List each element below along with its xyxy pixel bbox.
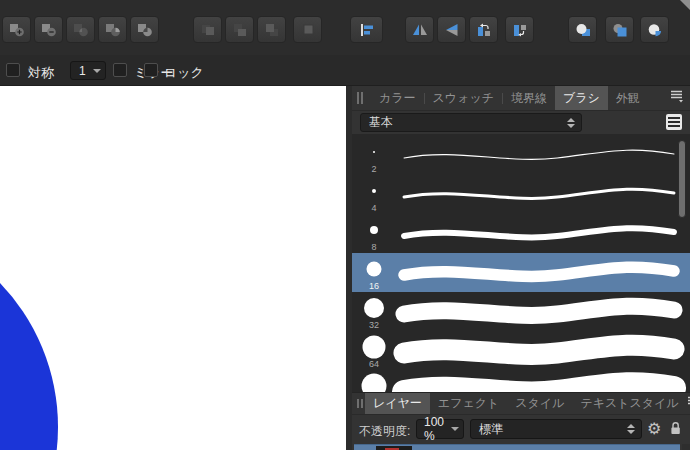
move-backward-button[interactable]: [257, 16, 286, 43]
brush-row[interactable]: 64: [352, 331, 690, 370]
brush-row-partial[interactable]: [352, 370, 690, 392]
tab-brushes[interactable]: ブラシ: [555, 86, 608, 110]
boolean-combine-button[interactable]: [130, 16, 159, 43]
hamburger-menu-icon: [670, 89, 684, 103]
opacity-select[interactable]: 100 %: [416, 419, 464, 439]
boolean-intersect-button[interactable]: [66, 16, 95, 43]
brush-row-selected[interactable]: 16: [352, 253, 690, 292]
alignment-button[interactable]: [350, 16, 383, 43]
brush-row[interactable]: 8: [352, 214, 690, 253]
panel-grip-icon[interactable]: [357, 92, 369, 104]
tab-color[interactable]: カラー: [371, 86, 424, 110]
brush-stroke-preview: [396, 253, 682, 292]
brush-row[interactable]: 32: [352, 292, 690, 331]
canvas-shape-ellipse[interactable]: [0, 219, 58, 450]
brush-size-dot: [364, 298, 384, 318]
insert-behind-icon: [575, 23, 591, 37]
canvas[interactable]: [0, 86, 346, 450]
brush-row[interactable]: 2: [352, 136, 690, 175]
rotate-counterclockwise-button[interactable]: [469, 16, 498, 43]
mirror-checkbox[interactable]: [113, 63, 127, 77]
rotate-clockwise-icon: [512, 23, 528, 37]
move-forward-icon: [232, 23, 248, 37]
layers-panel-tabbar: レイヤー エフェクト スタイル テキストスタイル: [352, 392, 690, 415]
layer-row-selected[interactable]: [354, 444, 680, 450]
gear-icon[interactable]: ⚙: [647, 419, 661, 439]
boolean-combine-icon: [137, 23, 153, 37]
move-to-front-button[interactable]: [193, 16, 222, 43]
rotate-clockwise-button[interactable]: [505, 16, 534, 43]
brush-stroke-preview: [396, 370, 682, 392]
brush-size-label: 16: [352, 281, 396, 291]
move-to-back-icon: [300, 23, 316, 37]
align-left-icon: [359, 23, 375, 37]
updown-arrows-icon: [627, 424, 635, 434]
blend-mode-select[interactable]: 標準: [470, 419, 642, 439]
list-view-icon[interactable]: [666, 114, 682, 130]
right-panel: カラー スウォッチ 境界線 ブラシ 外観 基本 2: [352, 86, 690, 450]
tab-stroke[interactable]: 境界線: [503, 86, 555, 110]
insert-on-top-icon: [647, 23, 663, 37]
symmetry-checkbox[interactable]: [6, 63, 20, 77]
brush-stroke-preview: [396, 136, 682, 175]
tab-appearance[interactable]: 外観: [608, 86, 648, 110]
move-backward-icon: [264, 23, 280, 37]
brush-row[interactable]: 4: [352, 175, 690, 214]
boolean-add-button[interactable]: [2, 16, 31, 43]
symmetry-count-value: 1: [79, 64, 86, 78]
brush-size-label: 4: [352, 203, 396, 213]
lock-icon[interactable]: [670, 421, 681, 439]
chevron-down-icon: [93, 69, 101, 73]
brush-size-label: 32: [352, 320, 396, 330]
brush-category-select[interactable]: 基本: [360, 113, 582, 132]
brush-size-label: 2: [352, 164, 396, 174]
rotate-counterclockwise-icon: [476, 23, 492, 37]
panel-menu-button[interactable]: [670, 89, 684, 107]
lock-checkbox[interactable]: [144, 63, 158, 77]
brush-size-label: 8: [352, 242, 396, 252]
panel-menu-button[interactable]: [687, 395, 690, 413]
tab-swatches[interactable]: スウォッチ: [425, 86, 502, 110]
layer-thumbnail: [376, 446, 412, 450]
tab-layers[interactable]: レイヤー: [365, 393, 430, 414]
panel-grip-icon[interactable]: [357, 399, 363, 408]
symmetry-label: 対称: [28, 64, 54, 82]
brush-size-dot: [370, 226, 378, 234]
boolean-intersect-icon: [73, 23, 89, 37]
move-to-front-icon: [200, 23, 216, 37]
move-to-back-button[interactable]: [293, 16, 322, 43]
layer-options-row: 不透明度: 100 % 標準 ⚙: [352, 416, 690, 443]
brush-size-dot: [367, 262, 382, 277]
boolean-subtract-icon: [41, 23, 57, 37]
main-toolbar: [0, 0, 690, 55]
brush-list: 2 4 8 16 32: [352, 134, 690, 392]
insert-behind-button[interactable]: [568, 16, 597, 43]
window-corner-notch: [680, 0, 690, 10]
tab-effects[interactable]: エフェクト: [430, 393, 507, 414]
flip-horizontal-button[interactable]: [405, 16, 434, 43]
brushes-panel-tabbar: カラー スウォッチ 境界線 ブラシ 外観: [352, 86, 690, 111]
blend-mode-value: 標準: [479, 421, 503, 438]
flip-vertical-button[interactable]: [437, 16, 466, 43]
symmetry-count-select[interactable]: 1: [70, 61, 106, 80]
hamburger-menu-icon: [687, 395, 690, 409]
chevron-down-icon: [451, 427, 459, 431]
brush-category-value: 基本: [369, 114, 393, 131]
lock-label: ロック: [164, 64, 204, 82]
layers-scrollbar-area[interactable]: [682, 444, 690, 450]
boolean-divide-icon: [105, 23, 121, 37]
boolean-divide-button[interactable]: [98, 16, 127, 43]
brush-list-scrollbar[interactable]: [678, 140, 686, 218]
boolean-subtract-button[interactable]: [34, 16, 63, 43]
insert-on-top-button[interactable]: [640, 16, 669, 43]
move-forward-button[interactable]: [225, 16, 254, 43]
tab-text-styles[interactable]: テキストスタイル: [572, 393, 686, 414]
boolean-add-icon: [9, 23, 25, 37]
flip-vertical-icon: [444, 23, 460, 37]
brush-stroke-preview: [396, 175, 682, 214]
flip-horizontal-icon: [412, 23, 428, 37]
opacity-label: 不透明度:: [359, 423, 410, 440]
brush-category-row: 基本: [352, 112, 690, 134]
insert-inside-button[interactable]: [605, 16, 634, 43]
tab-styles[interactable]: スタイル: [507, 393, 572, 414]
